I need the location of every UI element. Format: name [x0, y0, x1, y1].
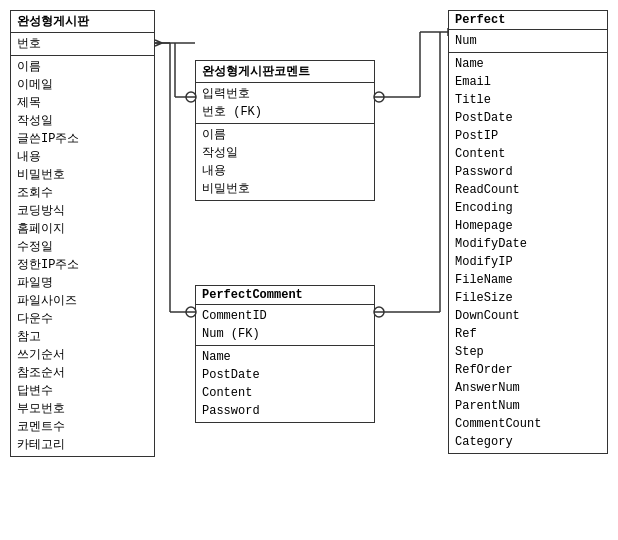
- entity-right: Perfect Num Name Email Title PostDate Po…: [448, 10, 608, 454]
- entity-left: 완성형게시판 번호 이름 이메일 제목 작성일 글쓴IP주소 내용 비밀번호 조…: [10, 10, 155, 457]
- entity-right-fields: Name Email Title PostDate PostIP Content…: [449, 53, 607, 453]
- entity-top-middle-pk: 입력번호 번호 (FK): [196, 83, 374, 124]
- diagram-container: 완성형게시판 번호 이름 이메일 제목 작성일 글쓴IP주소 내용 비밀번호 조…: [0, 0, 618, 540]
- entity-bottom-middle-title: PerfectComment: [196, 286, 374, 305]
- field-left-pk-1: 번호: [17, 35, 148, 53]
- entity-bottom-middle-pk: CommentID Num (FK): [196, 305, 374, 346]
- entity-bottom-middle: PerfectComment CommentID Num (FK) Name P…: [195, 285, 375, 423]
- entity-top-middle-fields: 이름 작성일 내용 비밀번호: [196, 124, 374, 200]
- entity-left-fields: 이름 이메일 제목 작성일 글쓴IP주소 내용 비밀번호 조회수 코딩방식 홈페…: [11, 56, 154, 456]
- svg-point-17: [374, 307, 384, 317]
- entity-right-pk: Num: [449, 30, 607, 53]
- entity-top-middle-title: 완성형게시판코멘트: [196, 61, 374, 83]
- svg-line-4: [155, 40, 162, 43]
- entity-left-title: 완성형게시판: [11, 11, 154, 33]
- entity-top-middle: 완성형게시판코멘트 입력번호 번호 (FK) 이름 작성일 내용 비밀번호: [195, 60, 375, 201]
- entity-left-pk: 번호: [11, 33, 154, 56]
- entity-bottom-middle-fields: Name PostDate Content Password: [196, 346, 374, 422]
- entity-right-title: Perfect: [449, 11, 607, 30]
- svg-line-5: [155, 43, 162, 46]
- svg-point-13: [374, 92, 384, 102]
